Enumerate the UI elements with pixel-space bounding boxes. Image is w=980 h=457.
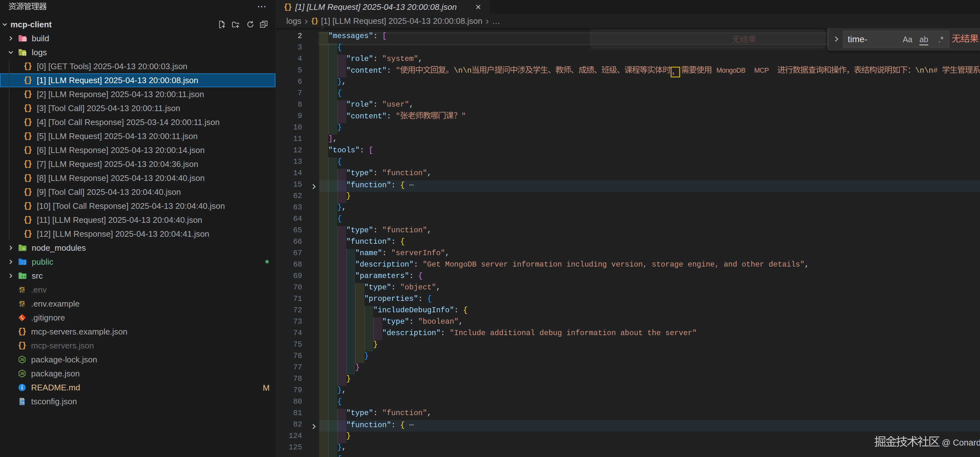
svg-text:TS: TS xyxy=(21,401,24,404)
svg-text:JS: JS xyxy=(20,358,24,361)
svg-text:JS: JS xyxy=(20,372,24,376)
